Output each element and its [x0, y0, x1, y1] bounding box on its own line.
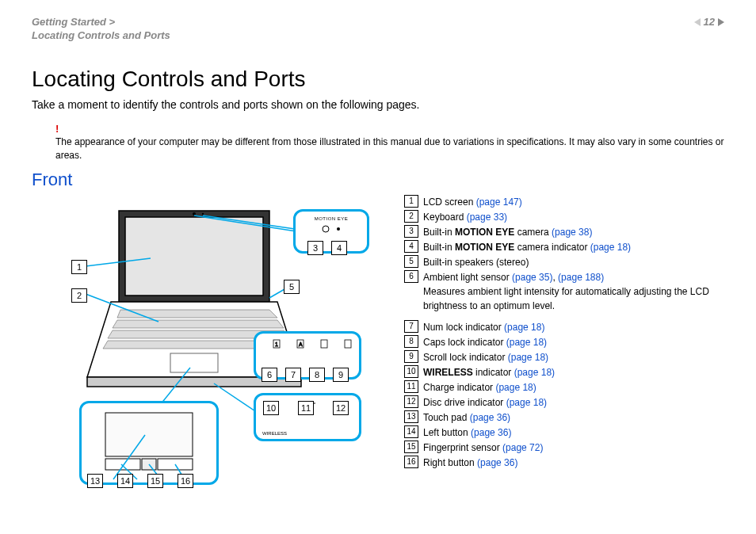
page-link[interactable]: (page 18) — [506, 337, 547, 348]
legend-label: LCD screen (page 147) — [423, 195, 724, 209]
callout-2: 2 — [71, 288, 87, 303]
legend-item: 15Fingerprint sensor (page 72) — [404, 441, 724, 455]
page-link[interactable]: (page 18) — [590, 242, 631, 253]
legend-item: 10WIRELESS indicator (page 18) — [404, 365, 724, 380]
legend-number: 10 — [404, 365, 418, 378]
svg-text:A: A — [299, 341, 303, 347]
legend-label: Built-in MOTION EYE camera (page 38) — [423, 225, 724, 239]
svg-rect-35 — [105, 413, 193, 456]
page-link[interactable]: (page 36) — [470, 412, 510, 423]
callout-7: 7 — [285, 368, 301, 382]
svg-point-10 — [202, 213, 204, 215]
legend-number: 5 — [404, 255, 418, 268]
svg-point-23 — [337, 227, 340, 231]
page-link[interactable]: (page 36) — [477, 457, 517, 468]
legend-item: 1LCD screen (page 147) — [404, 195, 724, 209]
legend-item: 11Charge indicator (page 18) — [404, 380, 724, 395]
legend-label: Ambient light sensor (page 35), (page 18… — [423, 270, 724, 313]
svg-rect-8 — [170, 353, 218, 372]
callout-6: 6 — [262, 368, 277, 382]
legend-item: 4Built-in MOTION EYE camera indicator (p… — [404, 240, 724, 254]
next-page-icon[interactable] — [718, 18, 724, 26]
callout-8: 8 — [309, 368, 325, 382]
legend-number: 8 — [404, 335, 418, 348]
legend-label: Right button (page 36) — [423, 456, 724, 470]
callout-16: 16 — [178, 474, 193, 488]
page-link[interactable]: (page 18) — [504, 322, 544, 333]
legend-number: 3 — [404, 225, 418, 238]
legend-label: Num lock indicator (page 18) — [423, 320, 724, 334]
svg-rect-28 — [321, 340, 327, 348]
svg-point-9 — [193, 212, 196, 216]
prev-page-icon[interactable] — [694, 18, 701, 26]
legend-label: WIRELESS indicator (page 18) — [423, 365, 724, 380]
callout-5: 5 — [284, 280, 300, 294]
page-title: Locating Controls and Ports — [32, 67, 724, 92]
legend-number: 12 — [404, 395, 418, 408]
intro-text: Take a moment to identify the controls a… — [32, 98, 724, 111]
callout-15: 15 — [147, 474, 163, 488]
legend-label: Fingerprint sensor (page 72) — [423, 441, 724, 455]
svg-point-22 — [323, 226, 329, 232]
svg-rect-36 — [105, 459, 140, 470]
page-link[interactable]: (page 38) — [552, 227, 592, 238]
callout-14: 14 — [117, 474, 133, 488]
svg-marker-4 — [117, 310, 277, 318]
page-link[interactable]: (page 18) — [495, 382, 536, 393]
page-header: Getting Started > Locating Controls and … — [32, 16, 724, 43]
page-number: 12 — [704, 16, 715, 28]
legend-list: 1LCD screen (page 147)2Keyboard (page 33… — [404, 195, 724, 471]
legend-item: 6Ambient light sensor (page 35), (page 1… — [404, 270, 724, 313]
page-link[interactable]: (page 72) — [502, 442, 543, 453]
page-link[interactable]: (page 18) — [508, 352, 548, 363]
legend-item: 3Built-in MOTION EYE camera (page 38) — [404, 225, 724, 239]
warning-icon: ! — [55, 123, 59, 135]
callout-11: 11 — [298, 401, 314, 415]
legend-item: 14Left button (page 36) — [404, 425, 724, 440]
legend-label: Charge indicator (page 18) — [423, 380, 724, 395]
legend-number: 11 — [404, 380, 418, 393]
legend-label: Built-in MOTION EYE camera indicator (pa… — [423, 240, 724, 254]
legend-item: 8Caps lock indicator (page 18) — [404, 335, 724, 349]
legend-item: 12Disc drive indicator (page 18) — [404, 395, 724, 410]
page-nav: 12 — [694, 16, 724, 28]
callout-4: 4 — [331, 241, 347, 255]
callout-9: 9 — [333, 368, 349, 382]
callout-12: 12 — [333, 401, 349, 415]
legend-extra: Measures ambient light intensity for aut… — [423, 284, 724, 313]
page-link[interactable]: (page 36) — [471, 427, 511, 438]
legend-item: 16Right button (page 36) — [404, 456, 724, 470]
page-link[interactable]: (page 147) — [476, 196, 522, 208]
legend-label: Disc drive indicator (page 18) — [423, 395, 724, 410]
legend-number: 15 — [404, 441, 418, 453]
page-link[interactable]: (page 188) — [558, 272, 604, 283]
legend-number: 2 — [404, 210, 418, 223]
breadcrumb: Getting Started > Locating Controls and … — [32, 16, 170, 43]
page-link[interactable]: (page 33) — [467, 212, 507, 223]
legend-number: 16 — [404, 456, 418, 468]
callout-10: 10 — [263, 401, 279, 415]
legend-item: 5Built-in speakers (stereo) — [404, 255, 724, 269]
legend-label: Keyboard (page 33) — [423, 210, 724, 224]
page-link[interactable]: (page 18) — [506, 397, 547, 408]
legend-number: 1 — [404, 195, 418, 208]
legend-item: 9Scroll lock indicator (page 18) — [404, 350, 724, 364]
legend-item: 7Num lock indicator (page 18) — [404, 320, 724, 334]
legend-number: 13 — [404, 410, 418, 423]
note-block: ! The appearance of your computer may be… — [55, 122, 724, 162]
legend-number: 6 — [404, 270, 418, 283]
legend-label: Built-in speakers (stereo) — [423, 255, 724, 269]
legend-item: 2Keyboard (page 33) — [404, 210, 724, 224]
legend-number: 4 — [404, 240, 418, 253]
callout-1: 1 — [71, 260, 87, 274]
svg-marker-1 — [125, 217, 263, 296]
legend-item: 13Touch pad (page 36) — [404, 410, 724, 425]
note-text: The appearance of your computer may be d… — [55, 136, 724, 160]
page-link[interactable]: (page 18) — [514, 367, 555, 378]
wireless-label: WIRELESS — [262, 431, 287, 436]
legend-label: Scroll lock indicator (page 18) — [423, 350, 724, 364]
callout-13: 13 — [87, 474, 103, 488]
legend-label: Touch pad (page 36) — [423, 410, 724, 425]
section-heading: Front — [32, 170, 724, 190]
page-link[interactable]: (page 35) — [512, 272, 552, 283]
